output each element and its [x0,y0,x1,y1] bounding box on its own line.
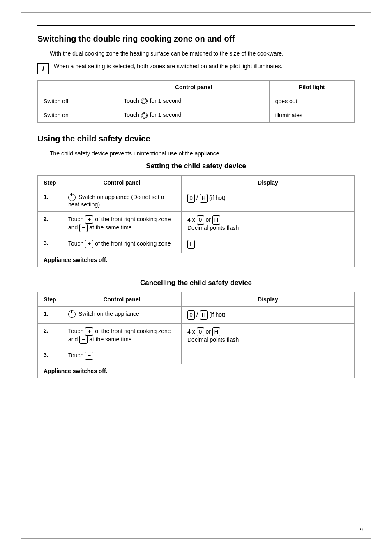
display-0-2: 0 [197,215,204,225]
circle-icon-off [141,98,148,104]
setting-step-3: 3. [38,236,62,253]
minus-icon-2: − [79,224,88,232]
cancel-display-2: 4 x 0 or H Decimal points flash [182,323,355,348]
display-0-c1: 0 [187,310,195,320]
setting-control-1: Switch on appliance (Do not set a heat s… [62,190,182,211]
info-icon: i [37,63,49,74]
setting-step-table: Step Control panel Display 1. Switch on … [37,175,355,267]
cancel-display-col: Display [182,292,355,306]
cancelling-row-3: 3. Touch − [38,348,355,364]
display-0-c2: 0 [197,327,204,336]
info-text: When a heat setting is selected, both zo… [54,62,282,71]
section1-intro: With the dual cooking zone the heating s… [50,49,355,58]
setting-table-header: Step Control panel Display [38,175,355,190]
page-number: 9 [360,526,363,533]
step-col: Step [38,175,62,190]
cancel-control-2: Touch + of the front right cooking zone … [62,323,182,348]
setting-display-2: 4 x 0 or H Decimal points flash [182,211,355,236]
minus-icon-c2: − [79,336,88,344]
cancel-display-3 [182,348,355,364]
display-0-1: 0 [187,194,195,203]
setting-footer-row: Appliance switches off. [38,253,355,267]
switch-table: Control panel Pilot light Switch off Tou… [37,80,355,123]
section2-title: Using the child safety device [37,134,355,144]
subsection-cancelling: Cancelling the child safety device Step … [37,279,355,378]
setting-row-3: 3. Touch + of the front right cooking zo… [38,236,355,253]
cancel-control-1: Switch on the appliance [62,306,182,323]
display-h-1: H [200,194,208,203]
switch-on-result: illuminates [269,108,354,122]
plus-icon-3: + [85,240,93,248]
switch-row-off: Switch off Touch for 1 second goes out [38,94,355,108]
setting-step-1: 1. [38,190,62,211]
cancel-display-1: 0 / H (if hot) [182,306,355,323]
control-col: Control panel [62,175,182,190]
cancel-control-3: Touch − [62,348,182,364]
switch-off-control: Touch for 1 second [118,94,269,108]
setting-row-2: 2. Touch + of the front right cooking zo… [38,211,355,236]
cancelling-step-table: Step Control panel Display 1. Switch on … [37,292,355,378]
display-h-c1: H [200,310,208,320]
cancel-control-col: Control panel [62,292,182,306]
setting-control-2: Touch + of the front right cooking zone … [62,211,182,236]
section1-title: Switching the double ring cooking zone o… [37,34,355,44]
cancel-step-3: 3. [38,348,62,364]
circle-icon-on [141,112,148,119]
cancelling-row-2: 2. Touch + of the front right cooking zo… [38,323,355,348]
plus-icon-c2: + [85,327,93,336]
display-h-2: H [212,215,220,225]
display-h-c2: H [212,327,220,336]
section-switching: Switching the double ring cooking zone o… [37,34,355,123]
setting-step-2: 2. [38,211,62,236]
display-col: Display [182,175,355,190]
setting-footer: Appliance switches off. [38,253,355,267]
switch-row-on: Switch on Touch for 1 second illuminates [38,108,355,122]
subsection2-title: Cancelling the child safety device [37,279,355,287]
cancel-step-2: 2. [38,323,62,348]
minus-icon-c3: − [85,352,93,360]
section-child-safety: Using the child safety device The child … [37,134,355,378]
switch-off-label: Switch off [38,94,118,108]
switch-on-label: Switch on [38,108,118,122]
section2-intro: The child safety device prevents uninten… [50,149,355,158]
cancelling-footer: Appliance switches off. [38,364,355,378]
switch-col2: Control panel [118,81,269,94]
cancelling-table-header: Step Control panel Display [38,292,355,306]
switch-off-result: goes out [269,94,354,108]
cancelling-row-1: 1. Switch on the appliance 0 / H (if hot… [38,306,355,323]
power-icon-c1 [68,310,76,318]
plus-icon-2: + [85,215,93,224]
power-icon-1 [68,194,76,201]
setting-display-1: 0 / H (if hot) [182,190,355,211]
setting-display-3: L [182,236,355,253]
subsection-setting: Setting the child safety device Step Con… [37,162,355,267]
switch-col3: Pilot light [269,81,354,94]
cancelling-footer-row: Appliance switches off. [38,364,355,378]
subsection1-title: Setting the child safety device [37,162,355,170]
setting-control-3: Touch + of the front right cooking zone [62,236,182,253]
display-l-3: L [187,240,195,249]
cancel-step-1: 1. [38,306,62,323]
info-box: i When a heat setting is selected, both … [37,62,355,74]
switch-col1 [38,81,118,94]
setting-row-1: 1. Switch on appliance (Do not set a hea… [38,190,355,211]
switch-on-control: Touch for 1 second [118,108,269,122]
cancel-step-col: Step [38,292,62,306]
